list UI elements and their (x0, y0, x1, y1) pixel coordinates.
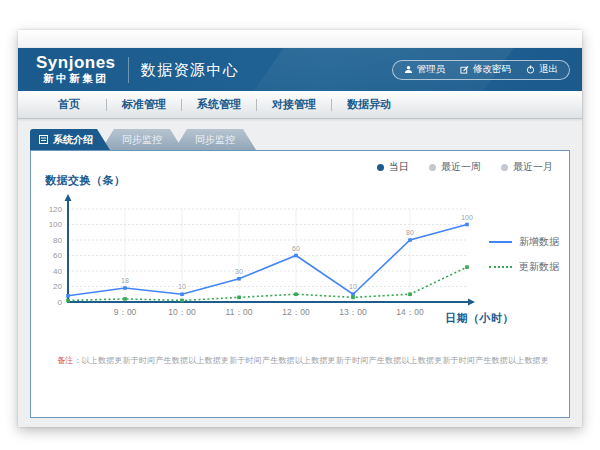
header-divider (128, 57, 129, 83)
nav-item-system-mgmt[interactable]: 系统管理 (182, 97, 256, 112)
brand-logo-text: Synjones (36, 54, 116, 73)
svg-text:10：00: 10：00 (168, 307, 196, 317)
power-icon (526, 65, 535, 74)
svg-text:9：00: 9：00 (114, 307, 137, 317)
tab-system-intro[interactable]: 系统介绍 (30, 129, 110, 150)
svg-text:14：00: 14：00 (396, 307, 424, 317)
tab-label: 同步监控 (122, 133, 162, 147)
current-user-label: 管理员 (417, 63, 446, 76)
svg-text:80: 80 (406, 229, 414, 236)
edit-icon (460, 65, 469, 74)
svg-text:60: 60 (292, 245, 300, 252)
nav-item-home[interactable]: 首页 (32, 97, 106, 112)
svg-text:12：00: 12：00 (282, 307, 310, 317)
logout-label: 退出 (539, 63, 558, 76)
tab-label: 同步监控 (195, 133, 235, 147)
legend-label: 更新数据 (519, 260, 559, 274)
brand-logo-subtext: 新中新集团 (36, 73, 116, 85)
legend-line-swatch (489, 241, 512, 243)
legend-label: 新增数据 (519, 235, 559, 249)
change-password-button[interactable]: 修改密码 (460, 63, 511, 76)
app-header: Synjones 新中新集团 数据资源中心 管理员 修改密码 退出 (18, 48, 582, 91)
svg-text:100: 100 (49, 220, 63, 229)
app-window: Synjones 新中新集团 数据资源中心 管理员 修改密码 退出 首页 标准管… (18, 30, 582, 427)
radio-dot-icon (377, 164, 384, 171)
radio-dot-icon (429, 164, 436, 171)
nav-item-data-change[interactable]: 数据异动 (332, 97, 406, 112)
chart-legend: 新增数据 更新数据 (489, 235, 559, 285)
tab-label: 系统介绍 (53, 133, 93, 147)
svg-text:11：00: 11：00 (226, 307, 253, 317)
nav-item-docking-mgmt[interactable]: 对接管理 (257, 97, 331, 112)
legend-item-updated-data: 更新数据 (489, 260, 559, 274)
radio-label: 当日 (389, 160, 409, 174)
nav-item-standard-mgmt[interactable]: 标准管理 (107, 97, 181, 112)
tab-sync-monitor-1[interactable]: 同步监控 (101, 129, 183, 150)
svg-text:0: 0 (58, 298, 63, 307)
svg-text:30: 30 (235, 268, 243, 275)
svg-text:10: 10 (178, 283, 186, 290)
window-top-strip (18, 30, 582, 48)
footnote-prefix: 备注 (57, 356, 73, 365)
svg-text:13：00: 13：00 (339, 307, 367, 317)
chart-panel: 当日 最近一周 最近一月 数据交换（条） 0204060801001209：00… (30, 150, 570, 418)
svg-text:100: 100 (461, 214, 473, 221)
document-icon (39, 135, 48, 144)
legend-line-swatch (489, 266, 512, 268)
radio-label: 最近一月 (513, 160, 553, 174)
svg-text:10: 10 (349, 283, 357, 290)
tab-bar: 系统介绍 同步监控 同步监控 (30, 129, 582, 150)
user-toolbar: 管理员 修改密码 退出 (392, 60, 571, 80)
y-axis-title: 数据交换（条） (45, 173, 126, 188)
main-nav: 首页 标准管理 系统管理 对接管理 数据异动 (18, 91, 582, 119)
page-title: 数据资源中心 (141, 59, 240, 80)
change-password-label: 修改密码 (473, 63, 511, 76)
svg-text:18: 18 (121, 277, 129, 284)
radio-dot-icon (501, 164, 508, 171)
radio-last-week[interactable]: 最近一周 (429, 160, 481, 174)
footnote-text: ：以上数据更新于时间产生数据以上数据更新于时间产生数据以上数据更新于时间产生数据… (73, 356, 549, 365)
svg-text:40: 40 (53, 267, 62, 276)
content-area: 系统介绍 同步监控 同步监控 当日 最近一周 (18, 119, 582, 418)
brand-logo: Synjones 新中新集团 (36, 54, 116, 84)
x-axis-title: 日期（小时） (445, 311, 514, 326)
radio-label: 最近一周 (441, 160, 481, 174)
radio-last-month[interactable]: 最近一月 (501, 160, 553, 174)
user-icon (404, 65, 413, 74)
radio-today[interactable]: 当日 (377, 160, 409, 174)
svg-text:20: 20 (53, 282, 62, 291)
logout-button[interactable]: 退出 (526, 63, 558, 76)
svg-text:80: 80 (53, 236, 62, 245)
svg-text:120: 120 (49, 205, 63, 214)
legend-item-new-data: 新增数据 (489, 235, 559, 249)
current-user-button[interactable]: 管理员 (404, 63, 446, 76)
line-chart: 0204060801001209：0010：0011：0012：0013：001… (43, 189, 483, 341)
footnote: 备注：以上数据更新于时间产生数据以上数据更新于时间产生数据以上数据更新于时间产生… (57, 355, 549, 366)
time-range-filter: 当日 最近一周 最近一月 (377, 160, 553, 174)
svg-text:60: 60 (53, 251, 62, 260)
tab-sync-monitor-2[interactable]: 同步监控 (174, 129, 256, 150)
